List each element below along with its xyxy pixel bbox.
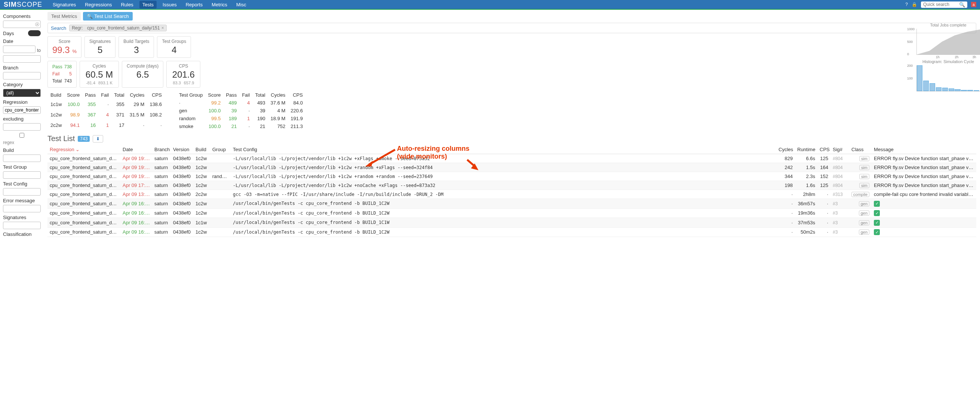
tab-test-metrics[interactable]: Test Metrics [48,12,81,21]
col-branch[interactable]: Branch [152,145,171,154]
label-build: Build [3,147,41,153]
date-to-input[interactable] [3,55,41,63]
regex-checkbox[interactable] [3,133,41,138]
quick-search[interactable]: 🔍 [921,2,967,8]
card-pass-fail-total: Pass 738 Fail 5 Total 743 [48,61,76,88]
col-testconfig[interactable]: Test Config [231,145,776,154]
test-list-table: Regression ⌄ Date Branch Version Build G… [48,145,976,237]
brand-logo: SIMSCOPE [4,1,42,9]
test-count-badge: 743 [78,136,90,142]
regression-input[interactable] [3,106,41,114]
search-token[interactable]: Regr: cpu_core_frontend_saturn_daily/151… [69,25,167,31]
card-cycles: Cycles60.5 M-81.4893.1 K [80,61,119,88]
check-icon: ✓ [874,220,880,226]
col-group[interactable]: Group [210,145,231,154]
table-row[interactable]: cpu_core_frontend_saturn_daily/151Apr 09… [48,199,976,209]
col-date[interactable]: Date [120,145,152,154]
search-icon: 🔍 [87,13,93,19]
category-select[interactable]: (all) [3,89,41,97]
card-build-targets: Build Targets3 [118,36,154,58]
date-from-input[interactable] [3,46,35,53]
group-row[interactable]: smoke100.021·21752211.3 [177,123,305,130]
group-summary-table: Test GroupScorePassFailTotalCyclesCPS·99… [176,91,306,131]
table-row[interactable]: cpu_core_frontend_saturn_daily/151Apr 09… [48,227,976,237]
clear-icon[interactable]: ⓧ [35,22,39,27]
label-testgroup: Test Group [3,164,41,170]
days-pill[interactable] [28,30,41,36]
col-sig[interactable]: Sig# [830,145,849,154]
label-to: to [37,48,41,53]
charts-panel: Total Jobs complete 1000 500 0 1h 2h 3h … [916,23,980,96]
group-row[interactable]: random99.5189119018.9 M191.9 [177,115,305,122]
table-row[interactable]: cpu_core_frontend_saturn_daily/151Apr 09… [48,154,976,163]
col-message[interactable]: Message [872,145,976,154]
group-row[interactable]: gen100.039·394 M220.6 [177,107,305,114]
label-regression: Regression [3,99,41,105]
build-row[interactable]: 1c1w100.0355·35529 M138.6 [48,99,164,109]
top-nav: SignaturesRegressionsRulesTestsIssuesRep… [50,1,249,9]
check-icon: ✓ [874,229,880,235]
build-row[interactable]: 2c2w94.116117·· [48,120,164,130]
signatures-input[interactable] [3,222,41,229]
label-category: Category [3,82,41,87]
table-row[interactable]: cpu_core_frontend_saturn_daily/151Apr 09… [48,218,976,228]
chevron-down-icon: ⌄ [75,147,80,152]
col-cycles[interactable]: Cycles [776,145,795,154]
nav-regressions[interactable]: Regressions [82,1,115,9]
filter-sidebar: Components ⓧ Days Date to Branch Categor… [0,10,44,242]
table-row[interactable]: cpu_core_frontend_saturn_daily/151Apr 09… [48,181,976,190]
chart-title: Histogram: Simulation Cycle [916,59,980,64]
jobs-chart: Total Jobs complete 1000 500 0 1h 2h 3h [916,23,980,55]
nav-tests[interactable]: Tests [139,1,157,9]
table-row[interactable]: cpu_core_frontend_saturn_daily/151Apr 09… [48,190,976,199]
search-label: Search [51,25,66,31]
label-date: Date [3,38,41,44]
card-cps: CPS201.683.3657.9 [166,61,200,88]
search-row: Search Regr: cpu_core_frontend_saturn_da… [48,23,976,33]
col-class[interactable]: Class [849,145,872,154]
nav-reports[interactable]: Reports [183,1,206,9]
test-list-title: Test List [48,135,75,143]
group-row[interactable]: ·99.2489449337.6 M84.0 [177,99,305,106]
user-badge[interactable]: a [971,2,976,7]
build-input[interactable] [3,155,41,162]
col-build[interactable]: Build [193,145,210,154]
col-regression[interactable]: Regression ⌄ [48,145,120,154]
main-panel: Test Metrics 🔍Test List Search Search Re… [44,10,980,242]
col-cps[interactable]: CPS [818,145,830,154]
card-compute: Compute (days)6.5 [122,61,163,88]
close-icon[interactable]: × [161,25,164,31]
col-runtime[interactable]: Runtime [795,145,818,154]
table-row[interactable]: cpu_core_frontend_saturn_daily/151Apr 09… [48,163,976,172]
testconfig-input[interactable] [3,188,41,196]
card-signatures: Signatures5 [84,36,116,58]
nav-signatures[interactable]: Signatures [50,1,79,9]
errmsg-input[interactable] [3,205,41,212]
col-version[interactable]: Version [171,145,193,154]
nav-metrics[interactable]: Metrics [208,1,230,9]
table-row[interactable]: cpu_core_frontend_saturn_daily/151Apr 09… [48,208,976,218]
help-icon[interactable]: ? [905,2,908,7]
label-errmsg: Error message [3,198,41,203]
build-row[interactable]: 1c2w98.9367437131.5 M108.2 [48,110,164,119]
label-components: Components [3,13,41,19]
card-test-groups: Test Groups4 [157,36,191,58]
table-row[interactable]: cpu_core_frontend_saturn_daily/151Apr 09… [48,172,976,181]
excluding-input[interactable] [3,123,41,131]
build-summary-table: BuildScorePassFailTotalCyclesCPS1c1w100.… [48,91,165,131]
search-icon[interactable]: 🔍 [959,2,965,8]
nav-rules[interactable]: Rules [118,1,136,9]
label-regex: regex [3,140,14,145]
download-button[interactable]: ⬇ [93,135,103,142]
lock-icon[interactable]: 🔒 [912,2,917,7]
testgroup-input[interactable] [3,171,41,179]
check-icon: ✓ [874,201,880,207]
stats-row: Score99.3 % Signatures5 Build Targets3 T… [48,36,976,58]
nav-issues[interactable]: Issues [160,1,180,9]
branch-input[interactable] [3,72,41,79]
chart-title: Total Jobs complete [916,23,980,27]
nav-misc[interactable]: Misc [233,1,249,9]
label-branch: Branch [3,65,41,71]
quick-search-input[interactable] [923,2,957,7]
tab-test-list-search[interactable]: 🔍Test List Search [83,12,133,21]
